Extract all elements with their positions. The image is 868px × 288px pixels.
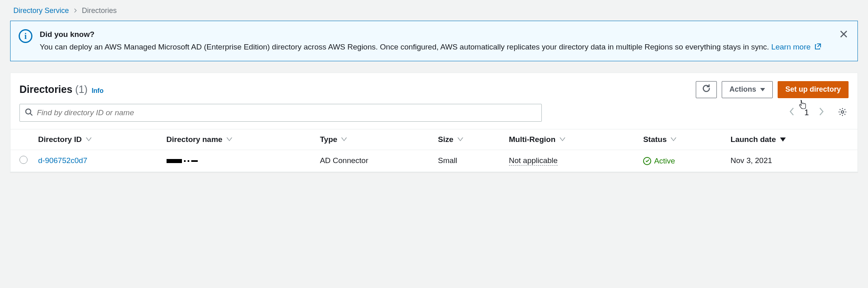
breadcrumb-current: Directories [82, 6, 117, 15]
sort-icon [341, 138, 347, 141]
info-banner: i Did you know? You can deploy an AWS Ma… [10, 21, 858, 61]
sort-icon [560, 138, 565, 141]
info-link[interactable]: Info [92, 87, 103, 95]
gear-icon [838, 111, 847, 118]
cell-status: Active [638, 150, 726, 172]
breadcrumb: Directory Service Directories [10, 4, 858, 21]
actions-dropdown-button[interactable]: Actions [722, 81, 773, 98]
close-icon [840, 29, 848, 40]
column-launch-date[interactable]: Launch date [726, 129, 857, 150]
column-size[interactable]: Size [433, 129, 504, 150]
settings-button[interactable] [836, 106, 849, 119]
cell-launch-date: Nov 3, 2021 [726, 150, 857, 172]
directory-id-link[interactable]: d-906752c0d7 [38, 156, 88, 165]
svg-point-1 [841, 111, 844, 113]
sort-icon [86, 138, 92, 141]
sort-icon-active [780, 138, 786, 142]
caret-down-icon [760, 88, 765, 91]
table-row[interactable]: d-906752c0d7 AD Connector Small Not appl… [11, 150, 857, 172]
cell-multi-region: Not applicable [504, 150, 638, 172]
column-multi-region[interactable]: Multi-Region [504, 129, 638, 150]
column-directory-name[interactable]: Directory name [162, 129, 315, 150]
column-select [11, 129, 33, 150]
info-banner-body: You can deploy an AWS Managed Microsoft … [40, 43, 769, 51]
cell-directory-name [162, 150, 315, 172]
search-input-wrapper[interactable] [19, 104, 542, 122]
pagination: 1 [787, 106, 849, 120]
refresh-icon [702, 84, 711, 95]
learn-more-link[interactable]: Learn more [771, 43, 821, 51]
prev-page-button[interactable] [787, 106, 797, 120]
breadcrumb-root-link[interactable]: Directory Service [13, 6, 69, 15]
set-up-directory-button[interactable]: Set up directory [778, 81, 849, 98]
info-icon: i [19, 29, 32, 43]
refresh-button[interactable] [696, 81, 717, 98]
column-status[interactable]: Status [638, 129, 726, 150]
page-number: 1 [804, 108, 809, 117]
close-banner-button[interactable] [838, 28, 849, 42]
external-link-icon [815, 41, 821, 53]
search-input[interactable] [36, 108, 537, 118]
column-directory-id[interactable]: Directory ID [33, 129, 162, 150]
directories-table: Directory ID Directory name Type Size Mu… [11, 129, 857, 172]
search-icon [25, 108, 33, 117]
sort-icon [671, 138, 676, 141]
directories-panel: Directories (1) Info Actions Set up dire… [10, 73, 858, 172]
panel-title: Directories (1) [19, 84, 88, 95]
sort-icon [458, 138, 463, 141]
sort-icon [227, 138, 232, 141]
cell-type: AD Connector [315, 150, 433, 172]
check-circle-icon [643, 157, 651, 165]
column-type[interactable]: Type [315, 129, 433, 150]
info-banner-title: Did you know? [40, 28, 849, 40]
cell-size: Small [433, 150, 504, 172]
panel-count: (1) [75, 84, 88, 95]
svg-point-0 [26, 109, 31, 114]
chevron-right-icon [73, 6, 78, 15]
row-select-radio[interactable] [19, 156, 28, 164]
next-page-button[interactable] [816, 106, 827, 120]
